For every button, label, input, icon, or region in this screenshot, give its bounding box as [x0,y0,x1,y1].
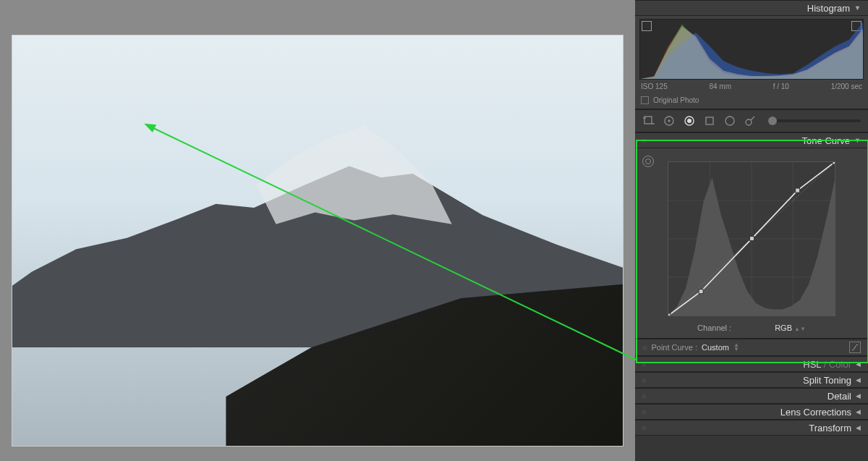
spot-removal-icon[interactable] [663,114,676,127]
channel-select[interactable]: RGB ▲▼ [775,323,806,332]
detail-header[interactable]: ≡ Detail ◀ [635,388,868,404]
expand-icon: ◀ [856,408,861,415]
tone-curve-title: Tone Curve [802,135,850,146]
svg-rect-19 [699,289,703,294]
hsl-title: HSL / Color [803,359,851,370]
tone-curve-svg [668,162,835,316]
histogram-title: Histogram [807,3,850,14]
histogram-panel: ISO 125 84 mm f / 10 1/200 sec Original … [635,16,868,109]
transform-title: Transform [809,423,851,433]
svg-point-6 [687,119,692,123]
tone-curve-chart[interactable] [668,161,835,316]
exif-shutter: 1/200 sec [831,83,862,90]
svg-rect-20 [749,237,754,241]
exif-focal: 84 mm [709,83,731,90]
exif-aperture: f / 10 [773,83,789,90]
canvas-area[interactable] [0,0,635,461]
svg-rect-22 [833,162,835,164]
exif-iso: ISO 125 [641,83,668,90]
lens-corrections-header[interactable]: ≡ Lens Corrections ◀ [635,404,868,420]
svg-line-10 [751,117,754,120]
redeye-icon[interactable] [683,114,696,127]
expand-icon: ◀ [856,360,861,368]
grip-icon: ≡ [642,360,647,368]
split-toning-header[interactable]: ≡ Split Toning ◀ [635,372,868,388]
checkbox-icon[interactable] [641,96,649,104]
slider-knob[interactable] [768,117,777,125]
grip-icon: ≡ [642,424,647,432]
collapse-icon: ▼ [854,4,861,12]
svg-point-9 [746,119,752,125]
svg-point-8 [726,117,734,125]
collapse-icon: ▼ [854,137,861,144]
detail-title: Detail [827,391,851,402]
svg-rect-7 [706,117,713,124]
split-toning-title: Split Toning [803,375,851,386]
expand-icon: ◀ [856,376,861,384]
point-curve-row: ≡ Point Curve : Custom ▲▼ [635,339,868,356]
histogram-chart[interactable] [639,19,864,80]
grip-icon: ≡ [642,392,647,400]
transform-header[interactable]: ≡ Transform ◀ [635,420,868,436]
svg-rect-18 [668,313,671,316]
grip-icon: ≡ [642,376,647,384]
photo-preview[interactable] [12,35,624,447]
expand-icon: ◀ [856,424,861,431]
expand-icon: ◀ [856,392,861,399]
adjustment-brush-icon[interactable] [744,114,757,127]
updown-icon[interactable]: ▲▼ [733,343,739,352]
targeted-adjustment-icon[interactable] [642,156,654,167]
tool-slider[interactable] [768,119,861,122]
grip-icon: ≡ [642,408,647,416]
svg-point-4 [668,120,670,122]
develop-sidebar: Histogram ▼ ISO 125 84 mm f / 10 1/200 s… [635,0,868,461]
original-photo-label: Original Photo [653,96,699,104]
point-curve-toggle-icon[interactable] [849,342,861,353]
histogram-header[interactable]: Histogram ▼ [635,0,868,16]
tone-curve-panel: Channel : RGB ▲▼ [635,148,868,339]
graduated-filter-icon[interactable] [703,114,716,127]
exif-row: ISO 125 84 mm f / 10 1/200 sec [635,81,868,93]
point-curve-select[interactable]: Custom [702,343,729,352]
grip-icon: ≡ [642,343,647,352]
svg-rect-21 [796,188,800,193]
grip-icon: ≡ [642,137,647,145]
lens-title: Lens Corrections [780,407,851,418]
channel-label: Channel : [697,323,731,332]
tone-curve-header[interactable]: ≡ Tone Curve ▼ [635,132,868,148]
original-photo-row[interactable]: Original Photo [635,93,868,109]
local-tools-strip [635,109,868,132]
point-curve-label: Point Curve : [651,343,697,352]
histogram-svg [640,20,863,79]
crop-icon[interactable] [642,114,655,127]
hsl-color-header[interactable]: ≡ HSL / Color ◀ [635,356,868,372]
radial-filter-icon[interactable] [723,114,736,127]
